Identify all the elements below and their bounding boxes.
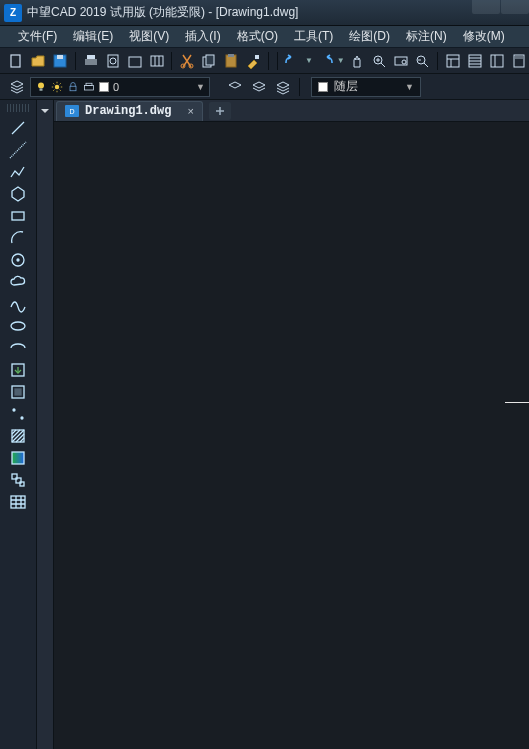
window-title: 中望CAD 2019 试用版 (功能受限) - [Drawing1.dwg] <box>27 4 298 21</box>
menu-view[interactable]: 视图(V) <box>121 26 177 47</box>
make-block-tool[interactable] <box>6 382 30 402</box>
new-file-button[interactable] <box>6 50 26 72</box>
redo-dropdown-arrow[interactable]: ▼ <box>337 56 345 65</box>
circle-tool[interactable] <box>6 250 30 270</box>
svg-rect-44 <box>20 482 24 486</box>
layer-dropdown[interactable]: ▼ <box>30 77 210 97</box>
menu-tools[interactable]: 工具(T) <box>286 26 341 47</box>
gradient-tool[interactable] <box>6 448 30 468</box>
pan-button[interactable] <box>347 50 367 72</box>
color-dropdown[interactable]: 随层 ▼ <box>311 77 421 97</box>
layers-toolbar: ▼ 随层 ▼ <box>0 74 529 100</box>
undo-dropdown-arrow[interactable]: ▼ <box>305 56 313 65</box>
tab-close-button[interactable]: × <box>187 105 193 117</box>
svg-point-34 <box>11 322 25 330</box>
bulb-icon <box>35 81 47 93</box>
svg-rect-2 <box>57 55 63 59</box>
svg-rect-37 <box>15 389 21 395</box>
table-tool[interactable] <box>6 492 30 512</box>
chevron-down-icon <box>40 106 50 116</box>
polyline-tool[interactable] <box>6 162 30 182</box>
properties-panel-button[interactable] <box>443 50 463 72</box>
dwg-icon: D <box>65 105 79 117</box>
open-file-button[interactable] <box>28 50 48 72</box>
svg-rect-4 <box>87 55 95 59</box>
design-center-button[interactable] <box>465 50 485 72</box>
line-tool[interactable] <box>6 118 30 138</box>
layer-iso-button[interactable] <box>272 76 294 98</box>
print-button[interactable] <box>81 50 101 72</box>
zoom-window-button[interactable] <box>391 50 411 72</box>
title-bar: Z 中望CAD 2019 试用版 (功能受限) - [Drawing1.dwg] <box>0 0 529 26</box>
lock-icon <box>67 81 79 93</box>
app-icon: Z <box>4 4 22 22</box>
svg-rect-20 <box>447 55 459 67</box>
publish-button[interactable] <box>147 50 167 72</box>
svg-point-27 <box>55 84 60 89</box>
svg-rect-30 <box>86 83 92 85</box>
hatch-tool[interactable] <box>6 426 30 446</box>
point-tool[interactable] <box>6 404 30 424</box>
layer-previous-button[interactable] <box>224 76 246 98</box>
copy-button[interactable] <box>199 50 219 72</box>
arc-tool[interactable] <box>6 228 30 248</box>
menu-format[interactable]: 格式(O) <box>229 26 286 47</box>
color-swatch <box>318 82 328 92</box>
standard-toolbar: ▼ ▼ <box>0 48 529 74</box>
construction-line-tool[interactable] <box>6 140 30 160</box>
menu-draw[interactable]: 绘图(D) <box>341 26 398 47</box>
svg-rect-45 <box>11 496 25 508</box>
svg-point-25 <box>38 82 44 88</box>
layer-name-input[interactable] <box>113 81 153 93</box>
menu-dimension[interactable]: 标注(N) <box>398 26 455 47</box>
drawing-canvas[interactable] <box>54 122 529 749</box>
zoom-realtime-button[interactable] <box>369 50 389 72</box>
plot-button[interactable] <box>125 50 145 72</box>
svg-rect-12 <box>206 55 214 65</box>
redo-button[interactable] <box>315 50 335 72</box>
region-tool[interactable] <box>6 470 30 490</box>
crosshair <box>505 402 529 403</box>
svg-rect-41 <box>12 452 24 464</box>
minimize-button[interactable] <box>472 0 500 14</box>
menu-insert[interactable]: 插入(I) <box>177 26 228 47</box>
cut-button[interactable] <box>177 50 197 72</box>
document-tab[interactable]: D Drawing1.dwg × <box>56 101 203 121</box>
menu-edit[interactable]: 编辑(E) <box>65 26 121 47</box>
color-label: 随层 <box>334 78 358 95</box>
save-file-button[interactable] <box>50 50 70 72</box>
polygon-tool[interactable] <box>6 184 30 204</box>
paste-button[interactable] <box>221 50 241 72</box>
revcloud-tool[interactable] <box>6 272 30 292</box>
spline-tool[interactable] <box>6 294 30 314</box>
calculator-button[interactable] <box>509 50 529 72</box>
new-tab-button[interactable] <box>209 102 231 120</box>
maximize-button[interactable] <box>501 0 529 14</box>
undo-button[interactable] <box>283 50 303 72</box>
menu-file[interactable]: 文件(F) <box>10 26 65 47</box>
zoom-previous-button[interactable] <box>412 50 432 72</box>
layer-manager-button[interactable] <box>6 76 28 98</box>
menu-modify[interactable]: 修改(M) <box>455 26 513 47</box>
svg-rect-0 <box>11 55 20 67</box>
panel-gutter[interactable] <box>36 100 54 749</box>
svg-rect-8 <box>151 56 163 66</box>
insert-block-tool[interactable] <box>6 360 30 380</box>
layer-state-button[interactable] <box>248 76 270 98</box>
ellipse-tool[interactable] <box>6 316 30 336</box>
toolbar-grip[interactable] <box>7 104 29 112</box>
svg-rect-31 <box>12 212 24 220</box>
svg-point-39 <box>21 417 23 419</box>
document-tab-label: Drawing1.dwg <box>85 104 171 118</box>
layer-color-swatch <box>99 82 109 92</box>
match-properties-button[interactable] <box>243 50 263 72</box>
svg-rect-7 <box>129 57 141 67</box>
tool-palettes-button[interactable] <box>487 50 507 72</box>
ellipse-arc-tool[interactable] <box>6 338 30 358</box>
menu-bar: 文件(F) 编辑(E) 视图(V) 插入(I) 格式(O) 工具(T) 绘图(D… <box>0 26 529 48</box>
svg-point-38 <box>13 409 15 411</box>
chevron-down-icon: ▼ <box>196 82 205 92</box>
print-preview-button[interactable] <box>103 50 123 72</box>
svg-rect-24 <box>515 56 523 59</box>
rectangle-tool[interactable] <box>6 206 30 226</box>
